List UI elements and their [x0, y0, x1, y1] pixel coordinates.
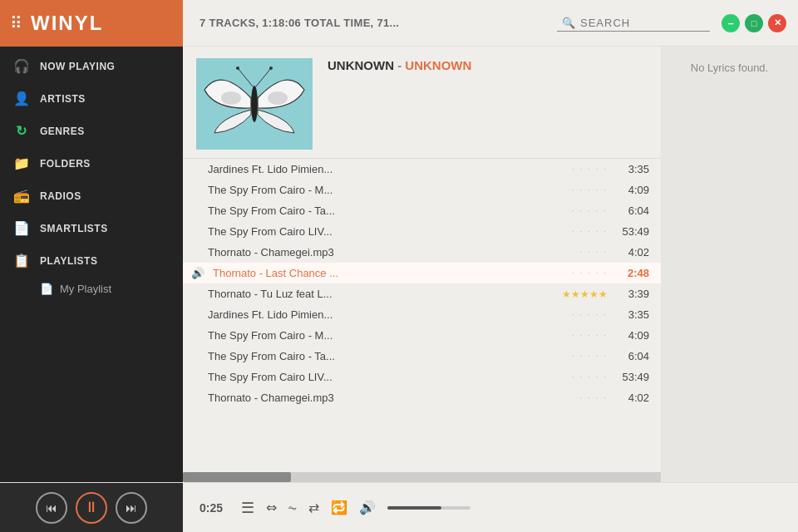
track-list: Jardines Ft. Lido Pimien...· · · · ·3:35…	[183, 159, 661, 472]
album-header: UNKNOWN - UNKNOWN	[183, 47, 661, 159]
track-duration: 4:02	[614, 392, 649, 404]
scrollbar-area[interactable]	[183, 472, 661, 482]
track-dots: · · · · ·	[572, 372, 608, 382]
playlist-icon: 📋	[13, 253, 30, 268]
svg-point-2	[221, 91, 241, 105]
sidebar-item-smartlists[interactable]: 📄 SMARTLISTS	[0, 212, 183, 244]
track-dots: · · · · ·	[572, 352, 608, 361]
track-name: Thornato - Last Chance ...	[213, 267, 565, 279]
collapse-icon[interactable]: ⇔	[266, 500, 277, 515]
track-name: Jardines Ft. Lido Pimien...	[208, 163, 565, 175]
track-name: Thornato - Chamegei.mp3	[208, 246, 574, 259]
track-row[interactable]: The Spy From Cairo - M...· · · · ·4:09	[183, 325, 661, 346]
track-duration: 6:04	[614, 204, 649, 217]
sidebar-item-folders[interactable]: 📁 FOLDERS	[0, 147, 183, 180]
prev-button[interactable]: ⏮	[36, 492, 67, 524]
track-dots: · · · · ·	[572, 331, 608, 340]
track-row[interactable]: The Spy From Cairo - Ta...· · · · ·6:04	[183, 200, 661, 221]
track-dots: · · · · ·	[572, 227, 608, 236]
track-row[interactable]: Thornato - Tu Luz feat L...★★★★★3:39	[183, 283, 661, 304]
track-row[interactable]: Jardines Ft. Lido Pimien...· · · · ·3:35	[183, 159, 661, 180]
track-row[interactable]: Jardines Ft. Lido Pimien...· · · · ·3:35	[183, 304, 661, 325]
volume-icon[interactable]: 🔊	[359, 500, 376, 515]
playlist-doc-icon: 📄	[40, 283, 53, 295]
track-row[interactable]: The Spy From Cairo - Ta...· · · · ·6:04	[183, 346, 661, 367]
track-duration: 53:49	[614, 371, 649, 383]
track-row[interactable]: The Spy From Cairo LIV...· · · · ·53:49	[183, 221, 661, 242]
header-info: 7 TRACKS, 1:18:06 TOTAL TIME, 71...	[195, 17, 557, 29]
transport-controls: 0:25 ☰ ⇔ ⏦ ⇄ 🔁 🔊	[183, 499, 798, 517]
track-row[interactable]: The Spy From Cairo LIV...· · · · ·53:49	[183, 367, 661, 387]
sidebar-item-radios[interactable]: 📻 RADIOS	[0, 180, 183, 212]
album-art-image	[196, 58, 313, 150]
person-icon: 👤	[13, 91, 30, 106]
radio-icon: 📻	[13, 188, 30, 204]
svg-point-3	[268, 91, 288, 105]
svg-point-7	[269, 66, 273, 70]
album-info: UNKNOWN - UNKNOWN	[313, 58, 471, 72]
track-row[interactable]: Thornato - Chamegei.mp3· · · ·4:02	[183, 387, 661, 408]
time-display: 0:25	[200, 501, 229, 515]
track-duration: 3:39	[614, 288, 649, 300]
player-controls: ⏮ ⏸ ⏭	[0, 483, 183, 533]
smartlist-icon: 📄	[13, 220, 30, 236]
search-icon: 🔍	[562, 17, 575, 29]
search-box[interactable]: 🔍	[557, 15, 710, 32]
volume-slider[interactable]	[387, 506, 470, 510]
track-duration: 4:09	[614, 184, 649, 196]
track-dots: · · · · ·	[572, 268, 608, 278]
sidebar-item-playlists[interactable]: 📋 PLAYLISTS	[0, 244, 183, 277]
sidebar-item-genres[interactable]: ↻ GENRES	[0, 115, 183, 147]
track-stars: ★★★★★	[562, 288, 608, 300]
app-title-bar: ⠿ WINYL	[0, 0, 183, 47]
track-dots: · · · · ·	[572, 165, 608, 174]
lyrics-panel: No Lyrics found.	[661, 47, 798, 482]
track-dots: · · · · ·	[572, 310, 608, 319]
track-duration: 4:09	[614, 329, 649, 342]
track-name: The Spy From Cairo - Ta...	[208, 204, 565, 217]
track-row[interactable]: The Spy From Cairo - M...· · · · ·4:09	[183, 180, 661, 200]
sidebar-item-artists[interactable]: 👤 ARTISTS	[0, 82, 183, 115]
repeat-icon[interactable]: 🔁	[331, 500, 347, 515]
track-name: Thornato - Tu Luz feat L...	[208, 288, 555, 300]
search-input[interactable]	[580, 17, 705, 29]
sidebar: 🎧 NOW PLAYING 👤 ARTISTS ↻ GENRES 📁 FOLDE…	[0, 47, 183, 482]
pause-button[interactable]: ⏸	[76, 492, 107, 524]
app-title: WINYL	[31, 12, 103, 35]
track-name: The Spy From Cairo LIV...	[208, 371, 565, 383]
sidebar-item-now-playing[interactable]: 🎧 NOW PLAYING	[0, 50, 183, 82]
track-duration: 2:48	[614, 267, 649, 279]
track-name: The Spy From Cairo - Ta...	[208, 350, 565, 362]
track-name: The Spy From Cairo LIV...	[208, 225, 565, 238]
track-dots: · · · · ·	[572, 185, 608, 195]
track-name: Thornato - Chamegei.mp3	[208, 392, 574, 404]
track-row[interactable]: Thornato - Chamegei.mp3· · · ·4:02	[183, 242, 661, 263]
queue-icon[interactable]: ☰	[241, 499, 254, 517]
track-duration: 53:49	[614, 225, 649, 238]
track-duration: 3:35	[614, 163, 649, 175]
track-dots: · · · · ·	[572, 206, 608, 215]
window-controls: – □ ✕	[722, 14, 786, 32]
track-duration: 3:35	[614, 308, 649, 321]
track-duration: 6:04	[614, 350, 649, 362]
folder-icon: 📁	[13, 155, 30, 171]
tracklist-panel: UNKNOWN - UNKNOWN Jardines Ft. Lido Pimi…	[183, 47, 661, 482]
svg-point-5	[236, 66, 239, 70]
next-button[interactable]: ⏭	[116, 492, 147, 524]
svg-point-1	[251, 86, 258, 122]
close-button[interactable]: ✕	[768, 14, 786, 32]
sidebar-item-my-playlist[interactable]: 📄 My Playlist	[0, 277, 183, 301]
track-duration: 4:02	[614, 246, 649, 259]
headphones-icon: 🎧	[13, 58, 30, 74]
track-row[interactable]: 🔊Thornato - Last Chance ...· · · · ·2:48	[183, 263, 661, 283]
track-name: The Spy From Cairo - M...	[208, 329, 565, 342]
album-art	[196, 58, 313, 150]
track-name: The Spy From Cairo - M...	[208, 184, 565, 196]
shuffle-icon[interactable]: ⇄	[308, 500, 319, 515]
maximize-button[interactable]: □	[745, 14, 763, 32]
equalizer-icon[interactable]: ⏦	[288, 500, 297, 515]
track-dots: · · · ·	[580, 393, 608, 402]
minimize-button[interactable]: –	[722, 14, 740, 32]
now-playing-icon: 🔊	[191, 267, 208, 279]
track-name: Jardines Ft. Lido Pimien...	[208, 308, 565, 321]
